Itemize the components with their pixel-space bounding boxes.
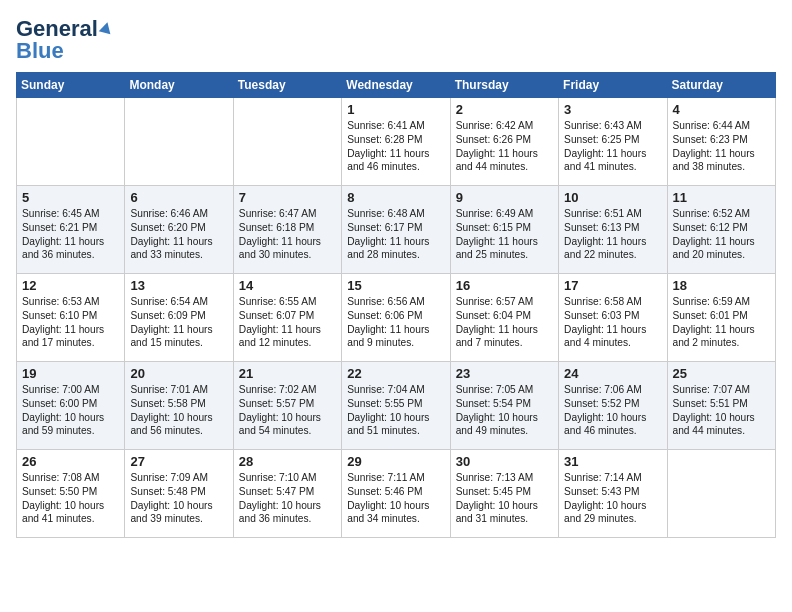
weekday-header: Tuesday — [233, 73, 341, 98]
day-info: Sunrise: 7:08 AM Sunset: 5:50 PM Dayligh… — [22, 471, 119, 526]
day-number: 3 — [564, 102, 661, 117]
calendar-cell: 28Sunrise: 7:10 AM Sunset: 5:47 PM Dayli… — [233, 450, 341, 538]
calendar-cell: 10Sunrise: 6:51 AM Sunset: 6:13 PM Dayli… — [559, 186, 667, 274]
day-info: Sunrise: 6:46 AM Sunset: 6:20 PM Dayligh… — [130, 207, 227, 262]
weekday-header: Saturday — [667, 73, 775, 98]
calendar-week-row: 19Sunrise: 7:00 AM Sunset: 6:00 PM Dayli… — [17, 362, 776, 450]
day-info: Sunrise: 6:44 AM Sunset: 6:23 PM Dayligh… — [673, 119, 770, 174]
calendar-cell: 12Sunrise: 6:53 AM Sunset: 6:10 PM Dayli… — [17, 274, 125, 362]
day-number: 8 — [347, 190, 444, 205]
day-info: Sunrise: 7:01 AM Sunset: 5:58 PM Dayligh… — [130, 383, 227, 438]
calendar-cell: 17Sunrise: 6:58 AM Sunset: 6:03 PM Dayli… — [559, 274, 667, 362]
day-info: Sunrise: 7:13 AM Sunset: 5:45 PM Dayligh… — [456, 471, 553, 526]
day-number: 15 — [347, 278, 444, 293]
calendar-cell: 5Sunrise: 6:45 AM Sunset: 6:21 PM Daylig… — [17, 186, 125, 274]
calendar-week-row: 5Sunrise: 6:45 AM Sunset: 6:21 PM Daylig… — [17, 186, 776, 274]
calendar-cell: 23Sunrise: 7:05 AM Sunset: 5:54 PM Dayli… — [450, 362, 558, 450]
calendar-cell: 27Sunrise: 7:09 AM Sunset: 5:48 PM Dayli… — [125, 450, 233, 538]
calendar-cell: 20Sunrise: 7:01 AM Sunset: 5:58 PM Dayli… — [125, 362, 233, 450]
day-info: Sunrise: 7:09 AM Sunset: 5:48 PM Dayligh… — [130, 471, 227, 526]
day-info: Sunrise: 7:11 AM Sunset: 5:46 PM Dayligh… — [347, 471, 444, 526]
calendar-cell: 29Sunrise: 7:11 AM Sunset: 5:46 PM Dayli… — [342, 450, 450, 538]
day-info: Sunrise: 6:59 AM Sunset: 6:01 PM Dayligh… — [673, 295, 770, 350]
weekday-header: Wednesday — [342, 73, 450, 98]
day-info: Sunrise: 6:47 AM Sunset: 6:18 PM Dayligh… — [239, 207, 336, 262]
day-number: 29 — [347, 454, 444, 469]
day-number: 19 — [22, 366, 119, 381]
day-number: 23 — [456, 366, 553, 381]
weekday-header: Sunday — [17, 73, 125, 98]
calendar-cell: 4Sunrise: 6:44 AM Sunset: 6:23 PM Daylig… — [667, 98, 775, 186]
calendar-cell: 9Sunrise: 6:49 AM Sunset: 6:15 PM Daylig… — [450, 186, 558, 274]
day-number: 16 — [456, 278, 553, 293]
day-number: 22 — [347, 366, 444, 381]
calendar-cell: 15Sunrise: 6:56 AM Sunset: 6:06 PM Dayli… — [342, 274, 450, 362]
calendar-cell: 19Sunrise: 7:00 AM Sunset: 6:00 PM Dayli… — [17, 362, 125, 450]
day-info: Sunrise: 6:52 AM Sunset: 6:12 PM Dayligh… — [673, 207, 770, 262]
calendar-cell — [17, 98, 125, 186]
calendar-week-row: 26Sunrise: 7:08 AM Sunset: 5:50 PM Dayli… — [17, 450, 776, 538]
calendar-cell: 14Sunrise: 6:55 AM Sunset: 6:07 PM Dayli… — [233, 274, 341, 362]
day-number: 28 — [239, 454, 336, 469]
day-info: Sunrise: 7:05 AM Sunset: 5:54 PM Dayligh… — [456, 383, 553, 438]
day-info: Sunrise: 6:55 AM Sunset: 6:07 PM Dayligh… — [239, 295, 336, 350]
calendar-cell: 18Sunrise: 6:59 AM Sunset: 6:01 PM Dayli… — [667, 274, 775, 362]
calendar-cell — [125, 98, 233, 186]
calendar-cell: 30Sunrise: 7:13 AM Sunset: 5:45 PM Dayli… — [450, 450, 558, 538]
day-number: 6 — [130, 190, 227, 205]
day-info: Sunrise: 7:06 AM Sunset: 5:52 PM Dayligh… — [564, 383, 661, 438]
day-number: 5 — [22, 190, 119, 205]
weekday-header: Monday — [125, 73, 233, 98]
day-number: 7 — [239, 190, 336, 205]
weekday-header: Friday — [559, 73, 667, 98]
calendar-cell: 21Sunrise: 7:02 AM Sunset: 5:57 PM Dayli… — [233, 362, 341, 450]
logo-triangle-icon — [99, 20, 113, 34]
calendar-cell — [667, 450, 775, 538]
day-info: Sunrise: 6:42 AM Sunset: 6:26 PM Dayligh… — [456, 119, 553, 174]
calendar-cell: 22Sunrise: 7:04 AM Sunset: 5:55 PM Dayli… — [342, 362, 450, 450]
calendar-cell: 2Sunrise: 6:42 AM Sunset: 6:26 PM Daylig… — [450, 98, 558, 186]
calendar-cell: 13Sunrise: 6:54 AM Sunset: 6:09 PM Dayli… — [125, 274, 233, 362]
calendar-week-row: 1Sunrise: 6:41 AM Sunset: 6:28 PM Daylig… — [17, 98, 776, 186]
day-number: 4 — [673, 102, 770, 117]
day-number: 11 — [673, 190, 770, 205]
logo: General Blue — [16, 16, 112, 64]
day-info: Sunrise: 6:56 AM Sunset: 6:06 PM Dayligh… — [347, 295, 444, 350]
day-number: 25 — [673, 366, 770, 381]
day-number: 30 — [456, 454, 553, 469]
day-number: 1 — [347, 102, 444, 117]
day-number: 18 — [673, 278, 770, 293]
page-header: General Blue — [16, 16, 776, 64]
day-info: Sunrise: 6:57 AM Sunset: 6:04 PM Dayligh… — [456, 295, 553, 350]
calendar-cell: 24Sunrise: 7:06 AM Sunset: 5:52 PM Dayli… — [559, 362, 667, 450]
day-info: Sunrise: 6:41 AM Sunset: 6:28 PM Dayligh… — [347, 119, 444, 174]
day-info: Sunrise: 6:58 AM Sunset: 6:03 PM Dayligh… — [564, 295, 661, 350]
day-number: 2 — [456, 102, 553, 117]
day-info: Sunrise: 6:53 AM Sunset: 6:10 PM Dayligh… — [22, 295, 119, 350]
day-info: Sunrise: 6:51 AM Sunset: 6:13 PM Dayligh… — [564, 207, 661, 262]
day-number: 14 — [239, 278, 336, 293]
day-number: 10 — [564, 190, 661, 205]
day-number: 26 — [22, 454, 119, 469]
day-number: 12 — [22, 278, 119, 293]
day-number: 31 — [564, 454, 661, 469]
calendar-week-row: 12Sunrise: 6:53 AM Sunset: 6:10 PM Dayli… — [17, 274, 776, 362]
day-info: Sunrise: 6:48 AM Sunset: 6:17 PM Dayligh… — [347, 207, 444, 262]
day-info: Sunrise: 6:54 AM Sunset: 6:09 PM Dayligh… — [130, 295, 227, 350]
day-info: Sunrise: 7:00 AM Sunset: 6:00 PM Dayligh… — [22, 383, 119, 438]
calendar-cell: 6Sunrise: 6:46 AM Sunset: 6:20 PM Daylig… — [125, 186, 233, 274]
day-number: 17 — [564, 278, 661, 293]
day-info: Sunrise: 7:04 AM Sunset: 5:55 PM Dayligh… — [347, 383, 444, 438]
weekday-header: Thursday — [450, 73, 558, 98]
day-info: Sunrise: 6:49 AM Sunset: 6:15 PM Dayligh… — [456, 207, 553, 262]
calendar-cell: 11Sunrise: 6:52 AM Sunset: 6:12 PM Dayli… — [667, 186, 775, 274]
day-info: Sunrise: 7:14 AM Sunset: 5:43 PM Dayligh… — [564, 471, 661, 526]
calendar-cell — [233, 98, 341, 186]
calendar-cell: 25Sunrise: 7:07 AM Sunset: 5:51 PM Dayli… — [667, 362, 775, 450]
day-number: 9 — [456, 190, 553, 205]
calendar-cell: 7Sunrise: 6:47 AM Sunset: 6:18 PM Daylig… — [233, 186, 341, 274]
day-info: Sunrise: 7:07 AM Sunset: 5:51 PM Dayligh… — [673, 383, 770, 438]
day-info: Sunrise: 6:43 AM Sunset: 6:25 PM Dayligh… — [564, 119, 661, 174]
day-number: 20 — [130, 366, 227, 381]
day-number: 21 — [239, 366, 336, 381]
